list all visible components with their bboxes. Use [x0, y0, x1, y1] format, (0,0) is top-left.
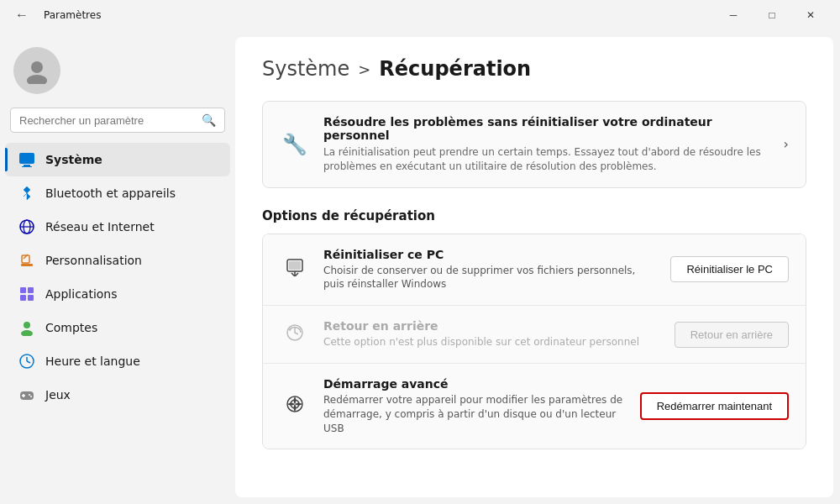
- breadcrumb-parent: Système: [262, 57, 349, 81]
- retour-button: Retour en arrière: [675, 322, 789, 348]
- svg-point-23: [29, 394, 30, 396]
- search-box[interactable]: 🔍: [10, 108, 225, 133]
- minimize-button[interactable]: ─: [714, 0, 753, 30]
- sidebar-item-label-jeux: Jeux: [45, 388, 71, 402]
- sidebar-item-label-bluetooth: Bluetooth et appareils: [45, 186, 176, 200]
- titlebar-controls: ─ □ ✕: [714, 0, 830, 30]
- sidebar-item-label-systeme: Système: [45, 153, 102, 166]
- svg-rect-4: [22, 166, 32, 167]
- sidebar-item-bluetooth[interactable]: Bluetooth et appareils: [5, 176, 230, 210]
- systeme-icon: [18, 151, 35, 168]
- sidebar-item-jeux[interactable]: Jeux: [5, 378, 230, 412]
- demarrage-button[interactable]: Redémarrer maintenant: [640, 392, 789, 420]
- sidebar-item-reseau[interactable]: Réseau et Internet: [5, 210, 230, 244]
- svg-rect-26: [289, 261, 301, 270]
- svg-rect-3: [24, 165, 30, 166]
- troubleshoot-title: Résoudre les problèmes sans réinitialise…: [323, 115, 770, 142]
- avatar-area: [0, 40, 235, 108]
- sidebar-item-label-heure: Heure et langue: [45, 354, 140, 368]
- retour-option-icon: [280, 323, 310, 346]
- titlebar: ← Paramètres ─ □ ✕: [0, 0, 840, 30]
- page-header: Système > Récupération: [262, 57, 806, 81]
- perso-icon: [18, 252, 35, 269]
- applications-icon: [18, 286, 35, 302]
- troubleshoot-chevron-icon: ›: [784, 136, 789, 152]
- reinitialiser-button[interactable]: Réinitialiser le PC: [670, 256, 789, 282]
- comptes-icon: [18, 319, 35, 336]
- breadcrumb-chevron: >: [358, 60, 370, 78]
- svg-rect-14: [28, 295, 34, 301]
- sidebar-item-label-comptes: Comptes: [45, 321, 97, 334]
- back-button[interactable]: ←: [10, 4, 34, 26]
- sidebar-item-perso[interactable]: Personnalisation: [5, 244, 230, 277]
- sidebar-item-applications[interactable]: Applications: [5, 277, 230, 311]
- troubleshoot-text: Résoudre les problèmes sans réinitialise…: [323, 115, 770, 174]
- option-row-demarrage: Démarrage avancéRedémarrer votre apparei…: [263, 364, 806, 449]
- svg-line-19: [27, 361, 30, 363]
- svg-point-0: [31, 61, 43, 73]
- titlebar-left: ← Paramètres: [10, 4, 101, 26]
- option-row-reinitialiser: Réinitialiser ce PCChoisir de conserver …: [263, 234, 806, 307]
- troubleshoot-icon: 🔧: [280, 133, 310, 156]
- sidebar-item-comptes[interactable]: Comptes: [5, 311, 230, 344]
- svg-point-16: [21, 330, 33, 336]
- svg-rect-2: [19, 153, 34, 164]
- svg-point-1: [27, 75, 47, 84]
- search-input[interactable]: [19, 114, 195, 127]
- nav-list: SystèmeBluetooth et appareilsRéseau et I…: [0, 143, 235, 412]
- svg-rect-12: [28, 287, 34, 293]
- reinitialiser-option-icon: [280, 258, 310, 281]
- maximize-button[interactable]: □: [753, 0, 791, 30]
- svg-rect-8: [21, 264, 33, 266]
- reinitialiser-option-desc: Choisir de conserver ou de supprimer vos…: [323, 264, 657, 292]
- svg-point-24: [30, 396, 32, 397]
- sidebar-item-label-perso: Personnalisation: [45, 254, 142, 267]
- search-icon[interactable]: 🔍: [202, 113, 216, 127]
- reseau-icon: [18, 218, 35, 235]
- svg-point-15: [24, 322, 30, 328]
- option-row-retour: Retour en arrièreCette option n'est plus…: [263, 306, 806, 364]
- demarrage-option-desc: Redémarrer votre appareil pour modifier …: [323, 393, 627, 435]
- sidebar-item-label-reseau: Réseau et Internet: [45, 220, 155, 234]
- retour-option-title: Retour en arrière: [323, 319, 661, 333]
- page-title: Récupération: [379, 57, 531, 81]
- heure-icon: [18, 353, 35, 370]
- demarrage-option-title: Démarrage avancé: [323, 377, 627, 391]
- reinitialiser-option-text: Réinitialiser ce PCChoisir de conserver …: [323, 248, 657, 292]
- sidebar-item-label-applications: Applications: [45, 287, 118, 301]
- section-heading: Options de récupération: [262, 208, 806, 223]
- options-container: Réinitialiser ce PCChoisir de conserver …: [262, 234, 806, 450]
- svg-rect-13: [20, 295, 26, 301]
- avatar: [13, 47, 60, 94]
- retour-option-text: Retour en arrièreCette option n'est plus…: [323, 319, 661, 349]
- titlebar-title: Paramètres: [44, 9, 101, 21]
- sidebar-item-systeme[interactable]: Système: [5, 143, 230, 176]
- reinitialiser-option-title: Réinitialiser ce PC: [323, 248, 657, 261]
- sidebar: 🔍 SystèmeBluetooth et appareilsRéseau et…: [0, 30, 235, 504]
- bluetooth-icon: [18, 185, 35, 202]
- retour-option-desc: Cette option n'est plus disponible sur c…: [323, 335, 661, 349]
- demarrage-option-icon: [280, 395, 310, 417]
- demarrage-option-text: Démarrage avancéRedémarrer votre apparei…: [323, 377, 627, 435]
- troubleshoot-card[interactable]: 🔧 Résoudre les problèmes sans réinitiali…: [262, 101, 806, 188]
- content-area: Système > Récupération 🔧 Résoudre les pr…: [235, 37, 833, 497]
- main-container: 🔍 SystèmeBluetooth et appareilsRéseau et…: [0, 30, 840, 504]
- svg-rect-11: [20, 287, 26, 293]
- jeux-icon: [18, 386, 35, 403]
- close-button[interactable]: ✕: [791, 0, 830, 30]
- troubleshoot-desc: La réinitialisation peut prendre un cert…: [323, 145, 770, 174]
- sidebar-item-heure[interactable]: Heure et langue: [5, 344, 230, 378]
